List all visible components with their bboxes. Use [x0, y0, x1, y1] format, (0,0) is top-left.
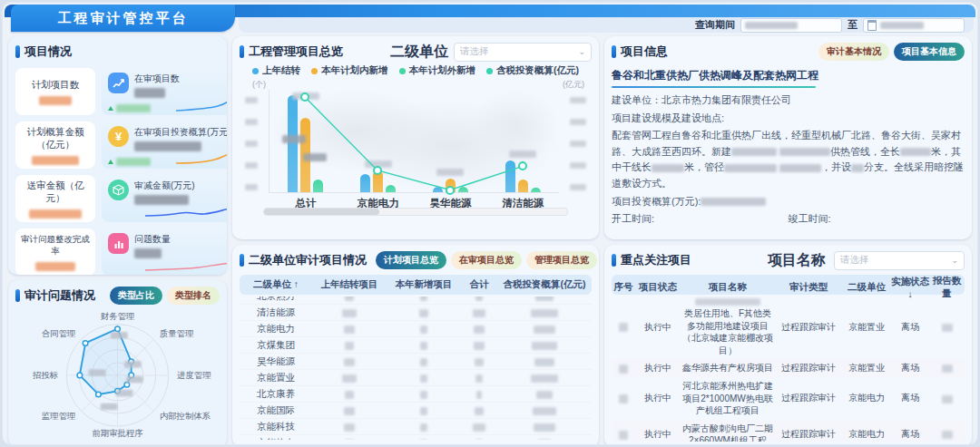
- table-row[interactable]: 北京热力: [240, 296, 592, 305]
- blurred-value: [536, 391, 553, 399]
- col-status: 项目状态: [635, 281, 681, 294]
- end-time-label: 竣工时间:: [789, 212, 965, 226]
- table-row[interactable]: 京能电力: [240, 321, 592, 337]
- trend-badge: [108, 104, 151, 112]
- blurred-axis-tick: [570, 162, 586, 169]
- audit-issues-panel: 审计问题情况 类型占比 类型排名 财务管理质量管理进度管理内部控制体系前期审批程…: [8, 280, 227, 445]
- unit-name: 北京康养: [240, 388, 312, 401]
- table-row[interactable]: 执行中类居住用地、F其他类多功能用地建设项目（北京城建京能棚改项目）过程跟踪审计…: [612, 295, 965, 359]
- panel-title: 工程管理项目总览: [249, 44, 343, 60]
- table-header: 二级单位 ↑ 上年结转项目 本年新增项目 合计 含税投资概算(亿元): [240, 275, 592, 295]
- query-toolbar: 查询期间 至: [239, 17, 974, 33]
- unit-name: 北京热力: [240, 296, 312, 303]
- radar-point[interactable]: [115, 326, 121, 332]
- blurred-report-count: [929, 322, 965, 332]
- panel-title: 重点关注项目: [621, 252, 691, 268]
- tab-inaudit-overview[interactable]: 在审项目总览: [451, 251, 522, 269]
- blurred-axis-tick: [245, 162, 258, 169]
- blurred-value: [35, 262, 75, 271]
- blurred-axis-tick: [245, 141, 258, 147]
- tab-managed-overview[interactable]: 管理项目总览: [526, 251, 597, 269]
- project-status: 执行中: [635, 362, 681, 374]
- table-row[interactable]: 昊华能源: [240, 354, 592, 370]
- calendar-icon: [867, 20, 877, 31]
- impl-status: 离场: [891, 428, 929, 441]
- blurred-value: [345, 342, 354, 350]
- tab-project-basic[interactable]: 项目基本信息: [894, 43, 965, 61]
- legend-dot: [252, 68, 259, 74]
- unit-name: 京能热力: [240, 437, 312, 441]
- blurred-value: [532, 342, 557, 350]
- axis-unit-left: (个): [252, 79, 266, 91]
- blurred-value: [534, 326, 555, 334]
- blurred-value: [344, 423, 355, 432]
- secondary-unit: 京能置业: [842, 321, 891, 334]
- table-row[interactable]: 京煤集团: [240, 337, 592, 354]
- radar-point[interactable]: [77, 373, 83, 378]
- table-row[interactable]: 清洁能源: [240, 305, 592, 321]
- chart-legend: 上年结转 本年计划内新增 本年计划外新增 含税投资概算(亿元): [240, 64, 592, 77]
- line-point[interactable]: [446, 186, 455, 195]
- table-body[interactable]: 北京热力清洁能源京能电力京煤集团昊华能源京能置业北京康养京能国际京能科技京能热力: [240, 296, 592, 440]
- up-triangle-icon: [108, 106, 113, 111]
- table-row[interactable]: 京能置业: [240, 370, 592, 386]
- unit-name: 京煤集团: [240, 339, 312, 352]
- line-point[interactable]: [300, 92, 309, 102]
- table-row[interactable]: 执行中内蒙古酸刺沟电厂二期2×660WM机组工程过程跟踪审计京能电力离场: [612, 420, 965, 442]
- radar-point[interactable]: [83, 341, 88, 346]
- tab-planned-overview[interactable]: 计划项目总览: [376, 251, 446, 269]
- app-frame: 工程审计管控平台 查询期间 至 项目情况 计划项目数: [2, 2, 978, 445]
- blurred-value: [344, 407, 355, 415]
- blurred-value: [344, 358, 355, 366]
- table-row[interactable]: 北京康养: [240, 386, 592, 403]
- unit-filter-label: 二级单位: [390, 43, 448, 62]
- tab-type-ratio[interactable]: 类型占比: [110, 287, 162, 305]
- radar-chart: 财务管理质量管理进度管理内部控制体系前期审批程序监理管理招投标合同管理: [15, 307, 220, 440]
- line-point[interactable]: [373, 166, 382, 175]
- blurred-value: [420, 296, 427, 301]
- tab-audit-basic[interactable]: 审计基本情况: [818, 43, 889, 61]
- blurred-value: [475, 358, 484, 366]
- blurred-value: [473, 423, 485, 432]
- table-body[interactable]: 执行中类居住用地、F其他类多功能用地建设项目（北京城建京能棚改项目）过程跟踪审计…: [612, 295, 965, 442]
- chevron-down-icon: ⌄: [578, 47, 585, 56]
- blurred-axis-tick: [245, 184, 258, 190]
- sparkline: [144, 205, 227, 219]
- blurred-seq: [612, 322, 635, 332]
- blurred-value: [344, 326, 355, 334]
- bar-chart: (个) (亿元) 总计京能电力昊华能源清洁能源: [240, 79, 592, 217]
- unit-name: 京能科技: [240, 421, 312, 433]
- table-row[interactable]: 执行中河北京能涿州热电扩建项目2*1000MW热电联产机组工程项目过程跟踪审计京…: [612, 377, 965, 420]
- tab-type-ranking[interactable]: 类型排名: [167, 287, 220, 305]
- blurred-axis-tick: [245, 97, 258, 103]
- radar-point[interactable]: [96, 392, 102, 397]
- blurred-value: [531, 309, 558, 317]
- table-row[interactable]: 执行中鑫华源共有产权房项目过程跟踪审计京能置业离场: [612, 359, 965, 377]
- col-impl-status[interactable]: 实施状态 ↓: [891, 276, 929, 299]
- col-name: 项目名称: [681, 281, 775, 294]
- blurred-report-count: [929, 430, 965, 440]
- kpi-card-projects-under-audit: 在审项目数: [102, 68, 227, 115]
- cube-icon: [108, 180, 129, 200]
- line-series: [269, 90, 559, 193]
- date-start-input[interactable]: [740, 18, 842, 33]
- col-new: 本年新增项目: [387, 278, 461, 291]
- project-status-panel: 项目情况 计划项目数 在审项目数: [8, 36, 227, 275]
- scrollbar-thumb[interactable]: [264, 209, 379, 215]
- chart-scrollbar[interactable]: [263, 208, 568, 216]
- project-name-select[interactable]: 请选择 ⌄: [834, 251, 965, 270]
- impl-status: 离场: [891, 362, 929, 374]
- table-row[interactable]: 京能热力: [240, 435, 592, 440]
- title-marker: [612, 45, 616, 58]
- table-row[interactable]: 京能科技: [240, 419, 592, 435]
- radar-axis-label: 进度管理: [176, 370, 211, 380]
- blurred-value: [420, 374, 427, 383]
- col-unit[interactable]: 二级单位 ↑: [240, 278, 312, 291]
- unit-filter-select[interactable]: 请选择 ⌄: [454, 43, 592, 62]
- blurred-axis-tick: [570, 97, 586, 103]
- table-row[interactable]: 京能国际: [240, 403, 592, 419]
- audit-type: 过程跟踪审计: [775, 321, 842, 334]
- project-name: 类居住用地、F其他类多功能用地建设项目（北京城建京能棚改项目）: [681, 297, 775, 356]
- date-end-input[interactable]: [863, 18, 965, 33]
- line-point[interactable]: [518, 161, 527, 170]
